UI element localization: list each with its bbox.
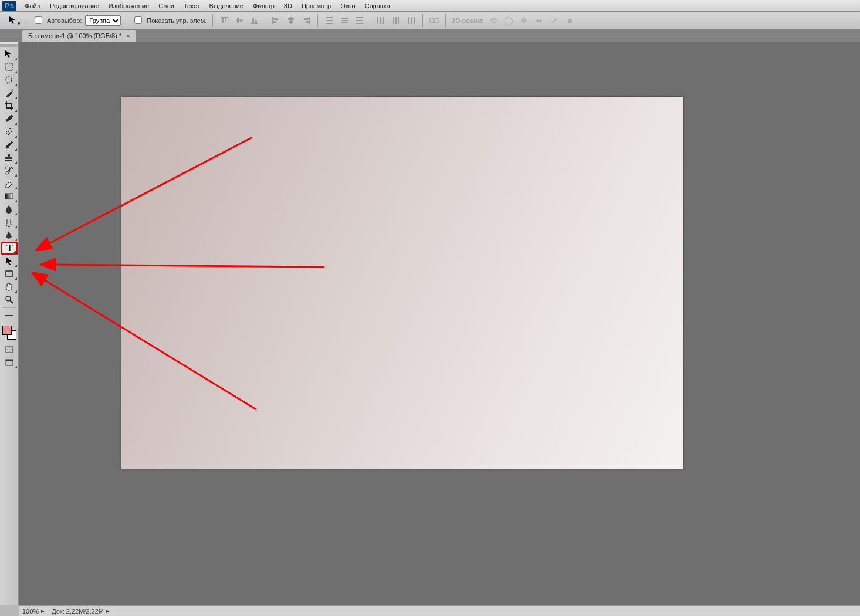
- magic-wand-tool[interactable]: [1, 87, 18, 100]
- svg-rect-42: [5, 315, 8, 316]
- svg-rect-38: [5, 194, 13, 199]
- svg-rect-44: [11, 315, 13, 316]
- status-zoom[interactable]: 100%: [22, 608, 39, 615]
- show-transform-checkbox[interactable]: [134, 16, 142, 24]
- svg-rect-8: [255, 20, 257, 23]
- healing-brush-tool[interactable]: [1, 126, 18, 138]
- separator: [212, 14, 213, 27]
- distribute-bottom-icon: [353, 15, 366, 26]
- svg-rect-23: [341, 22, 348, 23]
- svg-rect-1: [222, 18, 224, 23]
- menu-фильтр[interactable]: Фильтр: [248, 1, 279, 11]
- history-brush-tool[interactable]: [1, 164, 18, 177]
- svg-point-40: [6, 296, 11, 301]
- distribute-right-icon: [405, 15, 418, 26]
- document-tab-bar: Без имени-1 @ 100% (RGB/8) * ×: [0, 29, 860, 42]
- eraser-tool[interactable]: [1, 177, 18, 190]
- auto-select-checkbox[interactable]: [35, 16, 42, 24]
- color-swatches[interactable]: [1, 324, 18, 341]
- crop-tool[interactable]: [1, 100, 18, 113]
- menu-редактирование[interactable]: Редактирование: [45, 1, 104, 11]
- svg-rect-31: [395, 17, 397, 24]
- 3d-camera-icon: ■: [563, 15, 576, 26]
- svg-rect-5: [240, 19, 242, 22]
- svg-rect-28: [380, 17, 381, 24]
- 3d-scale-icon: ⤢: [548, 15, 561, 26]
- close-tab-icon[interactable]: ×: [126, 32, 130, 39]
- align-right-icon: [300, 15, 313, 26]
- align-vcenter-icon: [233, 15, 246, 26]
- move-tool[interactable]: [1, 48, 18, 61]
- svg-rect-25: [356, 20, 363, 21]
- menu-файл[interactable]: Файл: [20, 1, 45, 11]
- menu-текст[interactable]: Текст: [179, 1, 205, 11]
- separator: [317, 14, 318, 27]
- svg-rect-15: [309, 17, 310, 24]
- svg-rect-12: [290, 17, 292, 24]
- svg-rect-32: [398, 17, 399, 24]
- svg-rect-4: [237, 18, 239, 23]
- marquee-tool[interactable]: [1, 61, 18, 74]
- lasso-tool[interactable]: [1, 74, 18, 87]
- svg-rect-43: [8, 315, 11, 316]
- separator: [422, 14, 423, 27]
- svg-rect-11: [273, 21, 276, 23]
- svg-rect-33: [408, 17, 409, 24]
- eyedropper-tool[interactable]: [1, 113, 18, 126]
- svg-rect-21: [341, 18, 348, 19]
- svg-rect-10: [273, 18, 278, 20]
- svg-rect-37: [435, 18, 438, 23]
- menu-выделение[interactable]: Выделение: [205, 1, 248, 11]
- separator: [26, 14, 26, 27]
- svg-rect-36: [430, 18, 434, 23]
- menu-изображение[interactable]: Изображение: [104, 1, 154, 11]
- blur-tool[interactable]: [1, 203, 18, 216]
- align-top-icon: [218, 15, 231, 26]
- mode-3d-label: 3D-режим:: [452, 17, 483, 24]
- svg-rect-14: [289, 21, 293, 23]
- svg-rect-27: [377, 17, 378, 24]
- app-logo-icon: Ps: [2, 1, 16, 11]
- menu-окно[interactable]: Окно: [336, 1, 360, 11]
- path-selection-tool[interactable]: [1, 255, 18, 268]
- svg-rect-17: [306, 21, 309, 23]
- svg-text:T: T: [6, 243, 13, 253]
- svg-rect-18: [326, 17, 333, 18]
- rectangle-tool[interactable]: [1, 268, 18, 280]
- align-left-icon: [269, 15, 282, 26]
- svg-rect-29: [383, 17, 384, 24]
- status-bar: 100% ▸ Док: 2,22M/2,22M ▸: [19, 605, 860, 616]
- svg-rect-48: [6, 360, 13, 361]
- dodge-tool[interactable]: [1, 216, 18, 229]
- document-tab[interactable]: Без имени-1 @ 100% (RGB/8) * ×: [22, 30, 136, 42]
- svg-rect-2: [225, 18, 226, 21]
- pen-tool[interactable]: [1, 229, 18, 242]
- distribute-top-icon: [323, 15, 336, 26]
- auto-select-target-select[interactable]: Группа: [85, 15, 121, 26]
- hand-tool[interactable]: [1, 280, 18, 293]
- document-canvas[interactable]: [121, 97, 683, 469]
- menu-3d[interactable]: 3D: [279, 1, 297, 11]
- gradient-tool[interactable]: [1, 190, 18, 203]
- edit-toolbar-button[interactable]: [1, 309, 18, 322]
- status-arrow-icon[interactable]: ▸: [106, 607, 110, 615]
- stamp-tool[interactable]: [1, 151, 18, 164]
- align-hcenter-icon: [285, 15, 297, 26]
- zoom-tool[interactable]: [1, 293, 18, 306]
- 3d-roll-icon: ◯: [502, 15, 515, 26]
- type-tool[interactable]: T: [1, 242, 18, 255]
- menu-просмотр[interactable]: Просмотр: [297, 1, 336, 11]
- zoom-arrow-icon[interactable]: ▸: [41, 607, 45, 615]
- workspace[interactable]: [19, 42, 860, 605]
- menu-слои[interactable]: Слои: [154, 1, 179, 11]
- screen-mode-button[interactable]: [1, 356, 18, 369]
- svg-line-41: [10, 300, 13, 303]
- foreground-color-swatch[interactable]: [2, 326, 12, 335]
- menu-справка[interactable]: Справка: [360, 1, 395, 11]
- quick-mask-button[interactable]: [1, 343, 18, 356]
- svg-rect-0: [221, 17, 228, 18]
- current-tool-icon[interactable]: ▾: [7, 15, 21, 26]
- palette-grip[interactable]: [0, 42, 18, 47]
- auto-align-icon: [428, 15, 441, 26]
- brush-tool[interactable]: [1, 138, 18, 151]
